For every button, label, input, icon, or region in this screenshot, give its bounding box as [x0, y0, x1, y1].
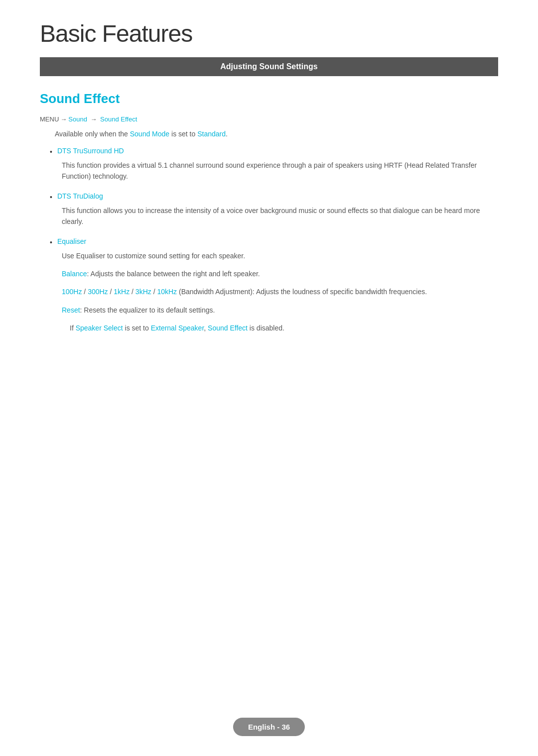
note-prefix: If — [70, 324, 76, 332]
section-title: Sound Effect — [40, 91, 498, 107]
bullet-item-dts-trudialog: • DTS TruDialog — [40, 192, 498, 201]
note-suffix: is disabled. — [248, 324, 284, 332]
bullet-dot-2: • — [50, 193, 52, 201]
freq-1khz: 1kHz — [114, 288, 130, 296]
freq-sep4: / — [151, 288, 157, 296]
sound-effect-link: Sound Effect — [100, 115, 137, 123]
dts-trudialog-description: This function allows you to increase the… — [62, 205, 498, 227]
speaker-select-link: Speaker Select — [76, 324, 123, 332]
sound-link: Sound — [68, 115, 87, 123]
balance-label: Balance — [62, 270, 87, 278]
bullet-section-equaliser: • Equaliser Use Equaliser to customize s… — [40, 237, 498, 334]
freq-100hz: 100Hz — [62, 288, 82, 296]
external-speaker-link: External Speaker — [151, 324, 204, 332]
note-middle: is set to — [123, 324, 151, 332]
bullet-section-dts-trusurround: • DTS TruSurround HD This function provi… — [40, 147, 498, 182]
bullet-dot-3: • — [50, 238, 52, 246]
balance-text: : Adjusts the balance between the right … — [87, 270, 260, 278]
freq-10khz: 10kHz — [157, 288, 177, 296]
balance-line: Balance: Adjusts the balance between the… — [62, 268, 498, 279]
main-title: Basic Features — [40, 20, 498, 47]
bullet-section-dts-trudialog: • DTS TruDialog This function allows you… — [40, 192, 498, 227]
reset-label: Reset — [62, 306, 80, 314]
freq-3khz: 3kHz — [135, 288, 151, 296]
arrow2: → — [89, 115, 99, 123]
section-header: Adjusting Sound Settings — [40, 57, 498, 76]
freq-sep3: / — [130, 288, 135, 296]
note-indented: If Speaker Select is set to External Spe… — [70, 323, 498, 333]
arrow1: → — [60, 115, 67, 123]
page-container: Basic Features Adjusting Sound Settings … — [0, 0, 538, 384]
bullet-dot-1: • — [50, 148, 52, 156]
reset-line: Reset: Resets the equalizer to its defau… — [62, 305, 498, 316]
sound-mode-link: Sound Mode — [130, 130, 169, 138]
available-note-prefix: Available only when the — [55, 130, 130, 138]
available-note-middle: is set to — [169, 130, 197, 138]
menu-label: MENU — [40, 115, 59, 123]
bullet-item-equaliser: • Equaliser — [40, 237, 498, 246]
menu-path: MENU→Sound → Sound Effect — [40, 115, 498, 123]
standard-link: Standard — [197, 130, 226, 138]
note-separator: , — [204, 324, 208, 332]
equaliser-label: Equaliser — [57, 237, 86, 245]
dts-trusurround-description: This function provides a virtual 5.1 cha… — [62, 160, 498, 182]
dts-trudialog-label: DTS TruDialog — [57, 192, 103, 200]
freq-sep2: / — [108, 288, 114, 296]
equaliser-description: Use Equaliser to customize sound setting… — [62, 250, 498, 261]
sound-effect-note-link: Sound Effect — [208, 324, 248, 332]
freq-300hz: 300Hz — [88, 288, 108, 296]
frequency-line: 100Hz / 300Hz / 1kHz / 3kHz / 10kHz (Ban… — [62, 286, 498, 297]
available-note-suffix: . — [226, 130, 228, 138]
freq-sep1: / — [82, 288, 88, 296]
footer-page-number: English - 36 — [233, 718, 305, 736]
freq-description: (Bandwidth Adjustment): Adjusts the loud… — [177, 288, 427, 296]
available-note: Available only when the Sound Mode is se… — [55, 130, 498, 138]
bullet-item-dts-trusurround: • DTS TruSurround HD — [40, 147, 498, 156]
dts-trusurround-label: DTS TruSurround HD — [57, 147, 124, 155]
reset-text: : Resets the equalizer to its default se… — [80, 306, 215, 314]
